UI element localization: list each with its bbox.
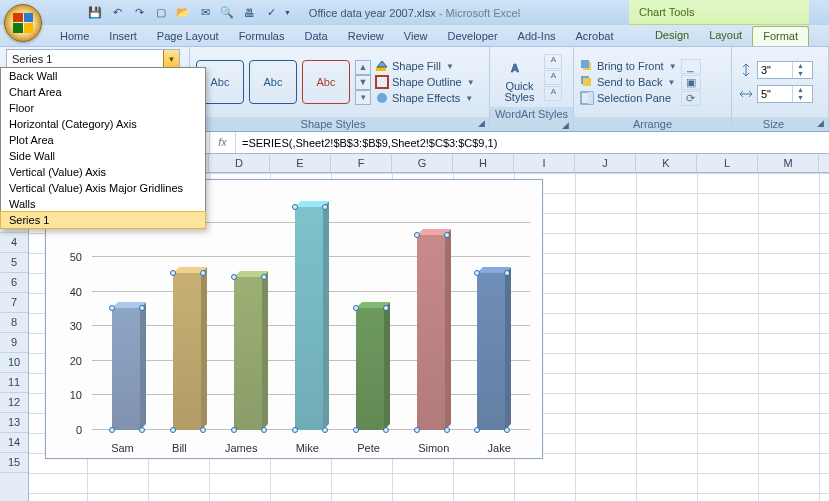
- rotate-icon[interactable]: ⟳: [681, 91, 701, 106]
- office-button[interactable]: [4, 4, 42, 42]
- height-input[interactable]: ▲▼: [757, 61, 813, 79]
- chart-element-option[interactable]: Back Wall: [1, 68, 205, 84]
- selection-handle[interactable]: [109, 427, 115, 433]
- selection-handle[interactable]: [261, 427, 267, 433]
- redo-icon[interactable]: ↷: [130, 4, 148, 22]
- data-point[interactable]: [109, 308, 147, 430]
- shape-style-gallery[interactable]: Abc Abc Abc ▲▼▾: [196, 60, 371, 105]
- tab-view[interactable]: View: [394, 27, 438, 46]
- shape-outline-button[interactable]: Shape Outline▼: [375, 75, 475, 89]
- shape-style-preset[interactable]: Abc: [249, 60, 297, 104]
- new-icon[interactable]: ▢: [152, 4, 170, 22]
- formula-input[interactable]: =SERIES(,Sheet2!$B$3:$B$9,Sheet2!$C$3:$C…: [236, 137, 829, 149]
- tab-format[interactable]: Format: [752, 26, 809, 46]
- tab-home[interactable]: Home: [50, 27, 99, 46]
- column-header[interactable]: J: [575, 154, 636, 172]
- chart-element-option[interactable]: Vertical (Value) Axis Major Gridlines: [1, 180, 205, 196]
- tab-insert[interactable]: Insert: [99, 27, 147, 46]
- width-input[interactable]: ▲▼: [757, 85, 813, 103]
- tab-add-ins[interactable]: Add-Ins: [508, 27, 566, 46]
- text-fill-icon[interactable]: A: [544, 54, 562, 69]
- chart-element-selector[interactable]: Series 1 ▼: [6, 49, 180, 69]
- column-header[interactable]: E: [270, 154, 331, 172]
- selection-pane-button[interactable]: Selection Pane: [580, 91, 677, 105]
- chart-element-option[interactable]: Side Wall: [1, 148, 205, 164]
- selection-handle[interactable]: [353, 305, 359, 311]
- chart-element-option[interactable]: Horizontal (Category) Axis: [1, 116, 205, 132]
- group-icon[interactable]: ▣: [681, 75, 701, 90]
- qat-customize-icon[interactable]: ▼: [284, 9, 291, 16]
- gallery-scroller[interactable]: ▲▼▾: [355, 60, 371, 105]
- chart-element-option[interactable]: Chart Area: [1, 84, 205, 100]
- shape-effects-button[interactable]: Shape Effects▼: [375, 91, 475, 105]
- save-icon[interactable]: 💾: [86, 4, 104, 22]
- row-header[interactable]: 8: [0, 313, 28, 333]
- row-header[interactable]: 9: [0, 333, 28, 353]
- tab-page-layout[interactable]: Page Layout: [147, 27, 229, 46]
- selection-handle[interactable]: [292, 427, 298, 433]
- selection-handle[interactable]: [200, 427, 206, 433]
- row-header[interactable]: 10: [0, 353, 28, 373]
- row-header[interactable]: 14: [0, 433, 28, 453]
- data-point[interactable]: [474, 273, 512, 430]
- spellcheck-icon[interactable]: ✓: [262, 4, 280, 22]
- chart-element-option[interactable]: Floor: [1, 100, 205, 116]
- column-header[interactable]: H: [453, 154, 514, 172]
- column-header[interactable]: I: [514, 154, 575, 172]
- chart-element-option[interactable]: Vertical (Value) Axis: [1, 164, 205, 180]
- dialog-launcher-icon[interactable]: ◢: [556, 120, 569, 130]
- selection-handle[interactable]: [414, 232, 420, 238]
- selection-handle[interactable]: [444, 232, 450, 238]
- chart-element-dropdown-list[interactable]: Back WallChart AreaFloorHorizontal (Cate…: [0, 67, 206, 229]
- column-header[interactable]: L: [697, 154, 758, 172]
- row-header[interactable]: 12: [0, 393, 28, 413]
- fx-label[interactable]: fx: [210, 132, 236, 153]
- row-header[interactable]: 4: [0, 233, 28, 253]
- selection-handle[interactable]: [231, 427, 237, 433]
- selection-handle[interactable]: [322, 427, 328, 433]
- data-point[interactable]: [170, 273, 208, 430]
- row-header[interactable]: 6: [0, 273, 28, 293]
- tab-review[interactable]: Review: [338, 27, 394, 46]
- selection-handle[interactable]: [231, 274, 237, 280]
- selection-handle[interactable]: [322, 204, 328, 210]
- selection-handle[interactable]: [353, 427, 359, 433]
- selection-handle[interactable]: [414, 427, 420, 433]
- tab-data[interactable]: Data: [294, 27, 337, 46]
- selection-handle[interactable]: [504, 427, 510, 433]
- category-axis[interactable]: SamBillJamesMikePeteSimonJake: [92, 442, 530, 454]
- column-header[interactable]: D: [209, 154, 270, 172]
- quickprint-icon[interactable]: 🖶: [240, 4, 258, 22]
- column-header[interactable]: K: [636, 154, 697, 172]
- shape-fill-button[interactable]: Shape Fill▼: [375, 59, 475, 73]
- tab-developer[interactable]: Developer: [437, 27, 507, 46]
- chart-element-option[interactable]: Plot Area: [1, 132, 205, 148]
- row-header[interactable]: 7: [0, 293, 28, 313]
- column-header[interactable]: G: [392, 154, 453, 172]
- text-effects-icon[interactable]: A: [544, 86, 562, 101]
- data-point[interactable]: [231, 277, 269, 430]
- dialog-launcher-icon[interactable]: ◢: [472, 118, 485, 128]
- selection-handle[interactable]: [474, 427, 480, 433]
- column-header[interactable]: F: [331, 154, 392, 172]
- chart-element-option[interactable]: Series 1: [1, 212, 205, 228]
- chevron-down-icon[interactable]: ▼: [163, 50, 179, 68]
- shape-style-preset[interactable]: Abc: [302, 60, 350, 104]
- selection-handle[interactable]: [444, 427, 450, 433]
- tab-design[interactable]: Design: [645, 26, 699, 46]
- quick-styles-button[interactable]: A Quick Styles: [501, 52, 539, 103]
- tab-layout[interactable]: Layout: [699, 26, 752, 46]
- email-icon[interactable]: ✉: [196, 4, 214, 22]
- tab-formulas[interactable]: Formulas: [229, 27, 295, 46]
- row-header[interactable]: 5: [0, 253, 28, 273]
- tab-acrobat[interactable]: Acrobat: [566, 27, 624, 46]
- text-outline-icon[interactable]: A: [544, 70, 562, 85]
- data-point[interactable]: [292, 207, 330, 430]
- column-header[interactable]: M: [758, 154, 819, 172]
- align-icon[interactable]: ⎯: [681, 59, 701, 74]
- undo-icon[interactable]: ↶: [108, 4, 126, 22]
- print-preview-icon[interactable]: 🔍: [218, 4, 236, 22]
- send-to-back-button[interactable]: Send to Back▼: [580, 75, 677, 89]
- row-header[interactable]: 13: [0, 413, 28, 433]
- row-header[interactable]: 11: [0, 373, 28, 393]
